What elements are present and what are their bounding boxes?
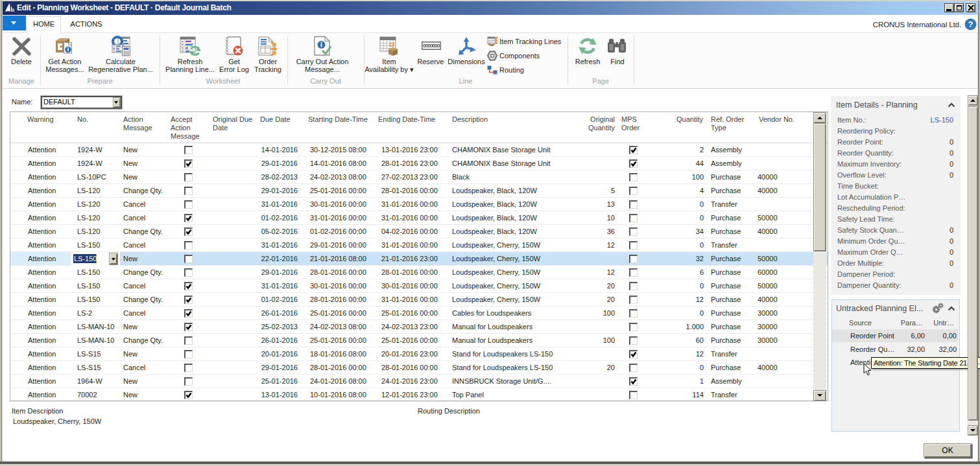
- svg-text:?: ?: [968, 19, 974, 29]
